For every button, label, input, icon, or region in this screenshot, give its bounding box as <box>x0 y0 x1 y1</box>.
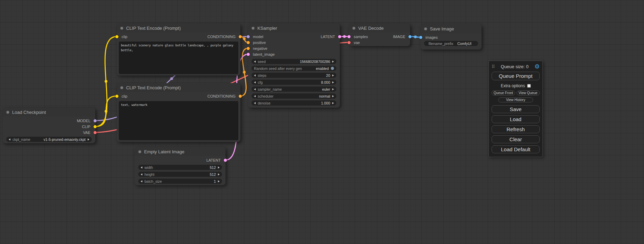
increment-arrow-icon[interactable] <box>332 88 334 90</box>
link-dot <box>243 37 246 40</box>
batch-size-widget[interactable]: batch_size 1 <box>138 179 222 184</box>
increment-arrow-icon[interactable] <box>332 102 334 104</box>
node-load-checkpoint[interactable]: Load Checkpoint MODEL CLIP VAE ckpt_name… <box>3 108 95 143</box>
toggle-on-indicator[interactable] <box>331 67 334 70</box>
output-port-conditioning[interactable] <box>239 35 242 38</box>
decrement-arrow-icon[interactable] <box>254 61 256 63</box>
node-clip-text-encode-positive[interactable]: CLIP Text Encode (Prompt) clip CONDITION… <box>117 24 240 75</box>
queue-prompt-button[interactable]: Queue Prompt <box>492 72 540 80</box>
input-port-vae[interactable] <box>347 41 351 44</box>
increment-arrow-icon[interactable] <box>88 138 89 141</box>
decrement-arrow-icon[interactable] <box>141 180 142 182</box>
cfg-widget[interactable]: cfg 8.000 <box>252 80 336 85</box>
decrement-arrow-icon[interactable] <box>254 74 256 76</box>
node-clip-text-encode-negative[interactable]: CLIP Text Encode (Prompt) clip CONDITION… <box>117 83 240 142</box>
input-label-images: images <box>425 35 438 39</box>
increment-arrow-icon[interactable] <box>332 61 334 63</box>
prompt-text-area[interactable]: beautiful scenery nature glass bottle la… <box>119 42 238 74</box>
link-dot <box>105 80 107 83</box>
decrement-arrow-icon[interactable] <box>254 88 256 90</box>
output-port-latent[interactable] <box>224 159 227 162</box>
save-button[interactable]: Save <box>492 105 540 113</box>
node-status-dot <box>252 27 255 30</box>
drag-handle-icon[interactable] <box>492 64 495 69</box>
input-label-latent-image: latent_image <box>253 52 275 56</box>
output-port-latent[interactable] <box>338 35 341 38</box>
output-port-clip[interactable] <box>94 125 97 128</box>
node-save-image[interactable]: Save Image images filename_prefix ComfyU… <box>421 24 482 49</box>
output-port-conditioning[interactable] <box>239 94 242 98</box>
input-port-images[interactable] <box>419 36 422 39</box>
extra-options-checkbox[interactable] <box>527 84 531 88</box>
node-status-dot <box>120 27 123 30</box>
seed-widget[interactable]: seed 156680208700286 <box>252 59 336 64</box>
node-empty-latent-image[interactable]: Empty Latent Image LATENT width 512 heig… <box>135 147 226 185</box>
node-title: Save Image <box>430 26 454 31</box>
decrement-arrow-icon[interactable] <box>141 166 142 169</box>
view-queue-button[interactable]: View Queue <box>517 90 540 96</box>
load-default-button[interactable]: Load Default <box>492 145 540 153</box>
node-title-bar[interactable]: Save Image <box>421 24 482 33</box>
input-label-model: model <box>253 35 263 39</box>
refresh-button[interactable]: Refresh <box>492 125 540 133</box>
increment-arrow-icon[interactable] <box>332 95 334 97</box>
input-port-model[interactable] <box>247 35 250 38</box>
steps-widget[interactable]: steps 20 <box>252 73 336 78</box>
widget-name: height <box>144 172 155 177</box>
increment-arrow-icon[interactable] <box>218 166 220 169</box>
output-port-model[interactable] <box>94 119 97 122</box>
increment-arrow-icon[interactable] <box>332 81 334 83</box>
node-title-bar[interactable]: CLIP Text Encode (Prompt) <box>117 24 240 33</box>
output-label-vae: VAE <box>83 130 90 135</box>
node-canvas[interactable]: Load Checkpoint MODEL CLIP VAE ckpt_name… <box>0 0 644 244</box>
clear-button[interactable]: Clear <box>492 135 540 143</box>
output-label-latent: LATENT <box>321 35 335 39</box>
increment-arrow-icon[interactable] <box>332 74 334 76</box>
height-widget[interactable]: height 512 <box>138 172 222 177</box>
output-port-vae[interactable] <box>94 131 97 134</box>
node-title: KSampler <box>257 26 277 31</box>
widget-name: filename_prefix <box>426 42 453 46</box>
increment-arrow-icon[interactable] <box>218 173 220 175</box>
sampler-name-widget[interactable]: sampler_name euler <box>252 87 336 92</box>
widget-name: steps <box>258 73 266 78</box>
node-title: VAE Decode <box>358 26 383 31</box>
decrement-arrow-icon[interactable] <box>141 173 142 175</box>
settings-gear-icon[interactable] <box>535 64 540 70</box>
queue-front-button[interactable]: Queue Front <box>492 90 515 96</box>
decrement-arrow-icon[interactable] <box>254 102 256 104</box>
ckpt-name-widget[interactable]: ckpt_name v1-5-pruned-emaonly.ckpt <box>6 137 92 142</box>
node-ksampler[interactable]: KSampler model LATENT positive negative … <box>248 24 340 108</box>
decrement-arrow-icon[interactable] <box>254 81 256 83</box>
widget-value: 20 <box>326 73 330 78</box>
input-port-clip[interactable] <box>115 94 118 98</box>
node-title-bar[interactable]: VAE Decode <box>349 24 410 33</box>
input-port-positive[interactable] <box>247 41 250 44</box>
input-port-clip[interactable] <box>115 35 118 38</box>
widget-value: 1.000 <box>321 101 330 105</box>
filename-prefix-widget[interactable]: filename_prefix ComfyUI <box>424 41 478 46</box>
load-button[interactable]: Load <box>492 115 540 123</box>
node-vae-decode[interactable]: VAE Decode samples IMAGE vae <box>349 24 410 46</box>
queue-size-label: Queue size: 0 <box>495 64 535 69</box>
output-label-image: IMAGE <box>393 35 405 39</box>
decrement-arrow-icon[interactable] <box>254 95 256 97</box>
random-seed-toggle-widget[interactable]: Random seed after every gen enabled <box>252 66 336 71</box>
node-title-bar[interactable]: KSampler <box>248 24 340 33</box>
output-port-image[interactable] <box>408 35 412 38</box>
view-history-button[interactable]: View History <box>498 97 533 102</box>
decrement-arrow-icon[interactable] <box>9 138 10 141</box>
node-title-bar[interactable]: CLIP Text Encode (Prompt) <box>117 83 240 92</box>
widget-name: denoise <box>258 101 271 105</box>
denoise-widget[interactable]: denoise 1.000 <box>252 100 336 106</box>
prompt-text-area[interactable]: text, watermark <box>119 101 238 140</box>
node-title-bar[interactable]: Load Checkpoint <box>3 108 95 117</box>
scheduler-widget[interactable]: scheduler normal <box>252 93 336 99</box>
width-widget[interactable]: width 512 <box>138 165 222 170</box>
input-port-samples[interactable] <box>347 35 351 38</box>
input-port-negative[interactable] <box>247 47 250 50</box>
input-port-latent-image[interactable] <box>247 53 250 56</box>
node-title-bar[interactable]: Empty Latent Image <box>135 147 226 156</box>
queue-menu-panel[interactable]: Queue size: 0 Queue Prompt Extra options… <box>488 61 543 157</box>
increment-arrow-icon[interactable] <box>218 180 220 182</box>
